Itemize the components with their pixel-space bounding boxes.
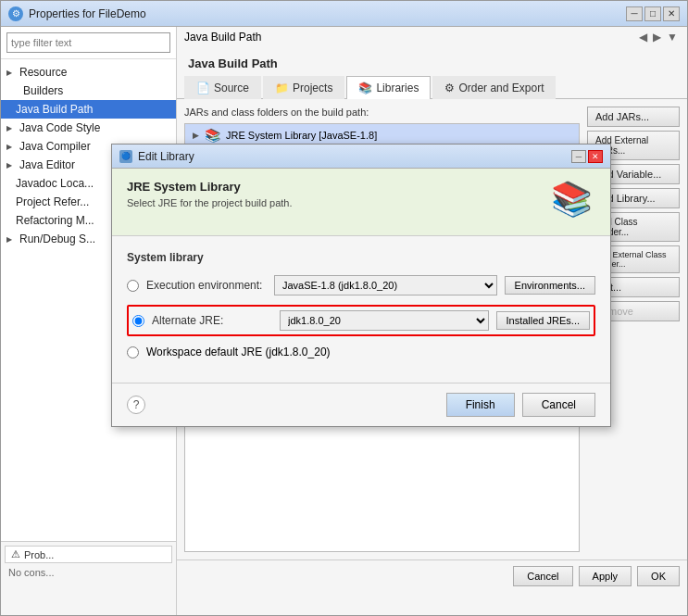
installed-jres-button[interactable]: Installed JREs... [496,311,590,330]
modal-title-text: Edit Library [138,150,194,163]
modal-title: 🔵 Edit Library [119,150,194,163]
modal-header: JRE System Library Select JRE for the pr… [112,169,610,236]
expand-arrow: ▶ [6,69,16,77]
sidebar-item-label: Java Code Style [19,121,100,134]
add-jars-button[interactable]: Add JARs... [587,107,680,127]
workspace-default-label: Workspace default JRE (jdk1.8.0_20) [146,346,331,358]
modal-controls: ─ ✕ [571,150,603,163]
modal-icon: 🔵 [119,150,132,163]
sidebar-item-builders[interactable]: Builders [1,82,176,100]
modal-minimize-button[interactable]: ─ [571,150,586,163]
apply-button[interactable]: Apply [579,566,632,586]
sidebar-item-label: Javadoc Loca... [16,177,94,190]
sidebar-item-java-code-style[interactable]: ▶ Java Code Style [1,119,176,137]
sidebar-item-label: Java Compiler [19,140,91,153]
nav-dropdown-button[interactable]: ▼ [665,31,680,44]
window-title: Properties for FileDemo [29,7,146,20]
title-bar-controls: ─ □ ✕ [626,6,680,21]
help-button[interactable]: ? [127,396,145,414]
alternate-jre-radio[interactable] [132,315,144,327]
problems-icon: ⚠ [11,548,20,560]
modal-close-button[interactable]: ✕ [588,150,603,163]
execution-env-row: Execution environment: JavaSE-1.8 (jdk1.… [127,275,595,295]
title-bar-left: ⚙ Properties for FileDemo [8,6,146,21]
window-icon: ⚙ [8,6,23,21]
jre-library-icon: 📚 [205,128,220,143]
bottom-status: ⚠ Prob... No cons... [1,541,177,615]
workspace-default-row: Workspace default JRE (jdk1.8.0_20) [127,346,595,358]
expand-arrow: ▶ [6,235,16,244]
tab-source-label: Source [214,82,249,94]
edit-library-modal: 🔵 Edit Library ─ ✕ JRE System Library Se… [111,144,611,427]
panel-title-text: Java Build Path [177,47,687,76]
sidebar-item-label: Java Build Path [16,103,93,116]
nav-arrows: Java Build Path ◀ ▶ ▼ [177,27,687,47]
modal-footer-left: ? [127,396,145,414]
expand-arrow: ▶ [6,143,16,151]
libraries-desc: JARs and class folders on the build path… [184,107,580,118]
maximize-button[interactable]: □ [644,6,661,21]
modal-cancel-button[interactable]: Cancel [522,393,595,417]
bottom-bar: Cancel Apply OK [177,559,687,615]
modal-footer-right: Finish Cancel [446,393,595,417]
filter-box [1,27,176,59]
ok-button[interactable]: OK [637,566,680,586]
sidebar-item-label: Project Refer... [16,195,89,208]
environments-button[interactable]: Environments... [505,276,595,295]
minimize-button[interactable]: ─ [626,6,643,21]
sidebar-item-label: Resource [19,66,67,79]
books-icon [551,180,595,224]
sidebar-item-label: Refactoring M... [16,214,94,227]
libraries-tab-icon: 📚 [358,82,372,94]
finish-button[interactable]: Finish [446,393,515,417]
system-library-label: System library [127,251,595,264]
tab-projects[interactable]: 📁 Projects [263,76,344,99]
modal-header-desc: Select JRE for the project build path. [127,197,293,208]
jre-library-label: JRE System Library [JavaSE-1.8] [226,130,377,141]
tabs-bar: 📄 Source 📁 Projects 📚 Libraries ⚙ Order … [177,76,687,99]
title-bar: ⚙ Properties for FileDemo ─ □ ✕ [1,1,687,27]
modal-body: System library Execution environment: Ja… [112,236,610,383]
projects-tab-icon: 📁 [275,82,289,94]
execution-env-select[interactable]: JavaSE-1.8 (jdk1.8.0_20) [274,275,497,295]
workspace-default-radio[interactable] [127,346,139,358]
tab-source[interactable]: 📄 Source [184,76,261,99]
console-text: No cons... [5,563,172,582]
panel-title: Java Build Path [184,31,635,44]
lib-expand-arrow: ▶ [193,131,199,140]
back-button[interactable]: ◀ [637,31,649,44]
modal-header-title: JRE System Library [127,180,293,194]
alternate-jre-row: Alternate JRE: jdk1.8.0_20 Installed JRE… [127,305,595,336]
sidebar-item-resource[interactable]: ▶ Resource [1,63,176,82]
execution-env-label: Execution environment: [146,279,267,292]
close-button[interactable]: ✕ [663,6,680,21]
modal-footer: ? Finish Cancel [112,383,610,426]
execution-env-radio[interactable] [127,280,139,292]
source-tab-icon: 📄 [196,82,210,94]
tab-projects-label: Projects [293,82,332,94]
problems-tab[interactable]: ⚠ Prob... [5,546,172,563]
modal-header-text: JRE System Library Select JRE for the pr… [127,180,293,208]
sidebar-item-label: Run/Debug S... [19,233,95,245]
alternate-jre-label: Alternate JRE: [152,314,272,327]
alternate-jre-select[interactable]: jdk1.8.0_20 [280,310,489,331]
tab-order-label: Order and Export [458,82,544,94]
expand-arrow: ▶ [6,124,16,132]
filter-input[interactable] [6,32,170,53]
tab-libraries-label: Libraries [376,82,419,94]
modal-titlebar: 🔵 Edit Library ─ ✕ [112,145,610,169]
order-tab-icon: ⚙ [444,82,455,94]
cancel-button[interactable]: Cancel [513,566,572,586]
expand-arrow: ▶ [6,161,16,170]
sidebar-item-label: Java Editor [19,158,75,171]
tab-libraries[interactable]: 📚 Libraries [346,76,431,99]
sidebar-item-java-build-path[interactable]: Java Build Path [1,100,176,119]
tab-order-export[interactable]: ⚙ Order and Export [432,76,556,99]
sidebar-item-label: Builders [23,84,63,97]
problems-label: Prob... [24,549,54,560]
forward-button[interactable]: ▶ [651,31,663,44]
